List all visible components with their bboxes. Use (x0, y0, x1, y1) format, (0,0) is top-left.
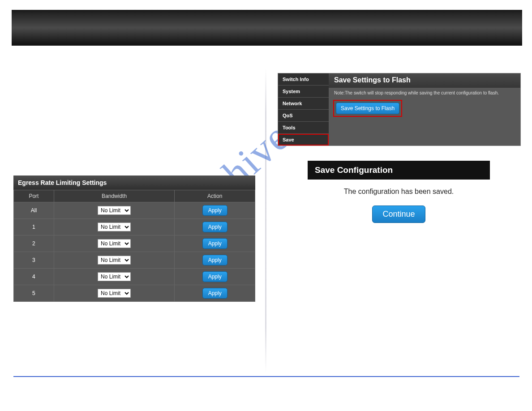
table-row: All No Limit Apply (14, 202, 255, 219)
apply-button[interactable]: Apply (202, 205, 227, 216)
bandwidth-select[interactable]: No Limit (98, 239, 131, 248)
bandwidth-select[interactable]: No Limit (98, 206, 131, 215)
bottom-rule (13, 376, 519, 377)
table-row: 1 No Limit Apply (14, 219, 255, 235)
apply-button[interactable]: Apply (202, 238, 227, 249)
col-bandwidth: Bandwidth (54, 190, 174, 202)
col-port: Port (14, 190, 54, 202)
table-row: 4 No Limit Apply (14, 269, 255, 285)
col-action: Action (175, 190, 255, 202)
apply-button[interactable]: Apply (202, 255, 227, 265)
apply-button[interactable]: Apply (202, 222, 227, 232)
port-cell: 1 (14, 219, 54, 235)
flash-note: Note:The switch will stop responding whi… (329, 88, 520, 100)
port-cell: 2 (14, 235, 54, 252)
sidebar-item-tools[interactable]: Tools (278, 122, 329, 134)
apply-button[interactable]: Apply (202, 271, 227, 282)
sidebar-item-qos[interactable]: QoS (278, 110, 329, 122)
column-divider (265, 68, 266, 372)
port-cell: All (14, 202, 54, 219)
bandwidth-select[interactable]: No Limit (98, 256, 131, 265)
flash-button-highlight: Save Settings to Flash (333, 100, 402, 117)
flash-content: Save Settings to Flash Note:The switch w… (329, 73, 520, 146)
save-config-panel: Save Configuration The configuration has… (308, 161, 490, 237)
table-row: 5 No Limit Apply (14, 285, 255, 302)
bandwidth-select[interactable]: No Limit (98, 289, 131, 298)
sidebar-item-system[interactable]: System (278, 86, 329, 98)
save-config-message: The configuration has been saved. (308, 188, 490, 196)
flash-panel: Switch Info System Network QoS Tools Sav… (278, 73, 521, 146)
apply-button[interactable]: Apply (202, 288, 227, 299)
port-cell: 3 (14, 252, 54, 269)
sidebar-item-switch-info[interactable]: Switch Info (278, 73, 329, 86)
bandwidth-select[interactable]: No Limit (98, 272, 131, 281)
sidebar-item-save[interactable]: Save (278, 134, 329, 146)
flash-sidebar: Switch Info System Network QoS Tools Sav… (278, 73, 329, 146)
port-cell: 5 (14, 285, 54, 302)
sidebar-item-network[interactable]: Network (278, 98, 329, 110)
egress-title: Egress Rate Limiting Settings (13, 176, 255, 190)
flash-title: Save Settings to Flash (329, 73, 520, 88)
bandwidth-select[interactable]: No Limit (98, 223, 131, 231)
save-config-title: Save Configuration (308, 161, 490, 180)
save-to-flash-button[interactable]: Save Settings to Flash (336, 103, 399, 114)
egress-settings-panel: Egress Rate Limiting Settings Port Bandw… (13, 176, 255, 302)
table-row: 2 No Limit Apply (14, 235, 255, 252)
egress-table: Port Bandwidth Action All No Limit Apply… (13, 190, 255, 302)
continue-button[interactable]: Continue (372, 206, 425, 223)
table-row: 3 No Limit Apply (14, 252, 255, 269)
port-cell: 4 (14, 269, 54, 285)
header-band (12, 10, 522, 46)
